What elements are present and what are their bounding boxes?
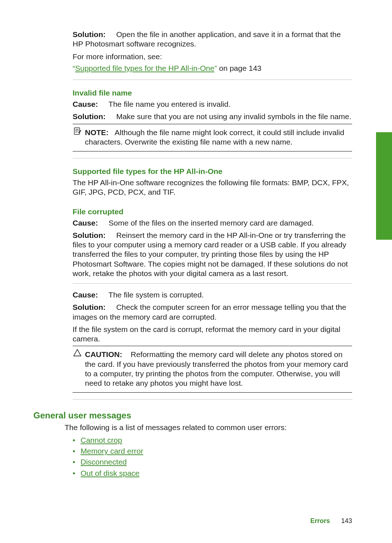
caution-block: CAUTION: Reformatting the memory card wi… [73,346,352,393]
text: Although the file name might look correc… [85,128,344,146]
paragraph: If the file system on the card is corrup… [73,325,352,344]
quote-open: “ [73,64,75,72]
heading-supported-file-types: Supported file types for the HP All-in-O… [73,167,352,176]
label-caution: CAUTION: [85,350,122,358]
paragraph: The HP All-in-One software recognizes th… [73,178,352,197]
document-page: Solution: Open the file in another appli… [0,0,392,543]
link-memory-card-error[interactable]: Memory card error [81,447,143,455]
footer-page-number: 143 [341,517,352,524]
text: Make sure that you are not using any inv… [116,112,351,121]
text: If the file system on the card is corrup… [73,325,340,343]
paragraph: Cause: The file name you entered is inva… [73,100,352,109]
label-note: NOTE: [85,128,109,137]
label-solution: Solution: [73,231,106,239]
note-icon [73,127,82,137]
link-tail: on page 143 [217,64,262,72]
heading-general-user-messages: General user messages [33,410,352,421]
paragraph: The following is a list of messages rela… [65,423,352,432]
paragraph: For more information, see: [73,52,352,61]
note-content: NOTE: Although the file name might look … [73,126,352,149]
paragraph: Solution: Open the file in another appli… [73,30,352,49]
page-footer: Errors 143 [310,517,352,525]
paragraph: Solution: Check the computer screen for … [73,303,352,322]
caution-content: CAUTION: Reformatting the memory card wi… [73,348,352,390]
text: The file system is corrupted. [109,291,204,299]
footer-section: Errors [310,517,330,524]
paragraph: Solution: Make sure that you are not usi… [73,112,352,121]
note-divider [73,346,352,346]
label-solution: Solution: [73,112,106,121]
label-cause: Cause: [73,291,98,299]
text: The HP All-in-One software recognizes th… [73,178,349,196]
note-divider [73,392,352,393]
note-divider [73,151,352,151]
paragraph: “Supported file types for the HP All-in-… [73,64,352,73]
text: Some of the files on the inserted memory… [109,219,314,227]
note-divider [73,124,352,124]
link-supported-file-types[interactable]: Supported file types for the HP All-in-O… [75,64,215,72]
list-item: Cannot crop [73,435,352,446]
link-cannot-crop[interactable]: Cannot crop [81,436,122,444]
svg-rect-0 [74,127,80,134]
label-solution: Solution: [73,303,106,311]
text: Check the computer screen for an error m… [73,303,346,321]
divider [73,158,352,158]
link-out-of-disk-space[interactable]: Out of disk space [81,469,139,477]
side-tab [376,132,392,240]
paragraph: Solution: Reinsert the memory card in th… [73,231,352,278]
link-disconnected[interactable]: Disconnected [81,458,127,466]
message-list: Cannot crop Memory card error Disconnect… [73,435,352,479]
note-block: NOTE: Although the file name might look … [73,124,352,152]
label-cause: Cause: [73,100,98,108]
caution-icon [73,349,82,358]
label-cause: Cause: [73,219,98,227]
list-item: Disconnected [73,457,352,467]
text: The following is a list of messages rela… [65,423,287,431]
text: Reinsert the memory card in the HP All-i… [73,231,348,277]
text: The file name you entered is invalid. [109,100,230,108]
quote-close: ” [215,64,217,72]
text: For more information, see: [73,52,162,61]
heading-invalid-file-name: Invalid file name [73,89,352,97]
divider [73,399,352,400]
paragraph: Cause: The file system is corrupted. [73,290,352,300]
paragraph: Cause: Some of the files on the inserted… [73,218,352,228]
divider [73,80,352,80]
divider [73,283,352,284]
list-item: Out of disk space [73,468,352,479]
label-solution: Solution: [73,30,106,39]
list-item: Memory card error [73,446,352,457]
heading-file-corrupted: File corrupted [73,207,352,216]
